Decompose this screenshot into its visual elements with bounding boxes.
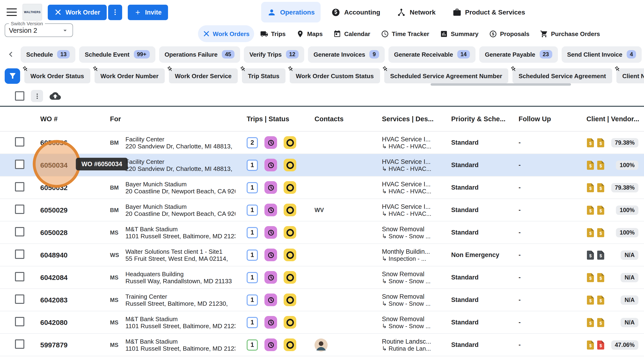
vendor-invoice-icon[interactable]	[597, 183, 605, 192]
client-invoice-icon[interactable]	[586, 340, 594, 350]
table-row[interactable]: 6050032 BMBayer Munich Stadium20 Coastli…	[0, 176, 644, 199]
chevron-left-icon[interactable]	[5, 48, 17, 60]
wo-number[interactable]: 6042080	[29, 318, 99, 326]
wo-number[interactable]: 5997879	[29, 341, 99, 349]
clock-status-icon[interactable]	[264, 338, 277, 351]
column-header-trips-status[interactable]: Trips | Status	[236, 115, 303, 123]
subnav-summary[interactable]: Summary	[435, 25, 483, 42]
circle-status-icon[interactable]	[284, 181, 296, 194]
trip-count[interactable]: 1	[247, 227, 258, 238]
clock-status-icon[interactable]	[264, 181, 277, 194]
filter-chip-work-order-number[interactable]: Work Order Number	[94, 68, 164, 83]
clock-status-icon[interactable]	[264, 316, 277, 329]
client-invoice-icon[interactable]	[586, 138, 594, 147]
trip-count[interactable]: 1	[247, 294, 258, 306]
trip-count[interactable]: 1	[247, 272, 258, 283]
column-header-contacts[interactable]: Contacts	[303, 115, 371, 123]
work-order-more-options-button[interactable]	[108, 4, 122, 20]
wo-number[interactable]: 6050028	[29, 228, 99, 236]
nav-item-network[interactable]: Network	[391, 2, 442, 22]
subnav-maps[interactable]: Maps	[292, 25, 328, 42]
circle-status-icon[interactable]	[284, 271, 296, 284]
invite-button[interactable]: Invite	[128, 4, 168, 20]
vendor-invoice-icon[interactable]	[597, 295, 605, 304]
action-tab-schedule-event[interactable]: Schedule Event99+	[79, 46, 155, 62]
table-row[interactable]: 6050029 BMBayer Munich Stadium20 Coastli…	[0, 199, 644, 222]
row-checkbox[interactable]	[15, 137, 24, 146]
row-checkbox[interactable]	[15, 182, 24, 191]
subnav-trips[interactable]: Trips	[256, 25, 290, 42]
vendor-invoice-icon[interactable]	[597, 228, 605, 237]
wo-number[interactable]: 6042083	[29, 296, 99, 304]
nav-item-accounting[interactable]: Accounting	[326, 2, 386, 22]
trip-count[interactable]: 1	[247, 160, 258, 171]
column-header-wo[interactable]: WO #	[29, 115, 99, 123]
subnav-proposals[interactable]: $ Proposals	[485, 25, 534, 42]
client-invoice-icon[interactable]	[586, 273, 594, 282]
filter-chip-work-order-status[interactable]: Work Order Status	[24, 68, 90, 83]
action-tab-send-client-invoice[interactable]: Send Client Invoice4	[562, 46, 642, 62]
action-tab-operations-failure[interactable]: Operations Failure45	[159, 46, 240, 62]
vendor-invoice-icon[interactable]	[597, 340, 605, 350]
table-row[interactable]: 6050028 MSM&T Bank Stadium1101 Russell S…	[0, 222, 644, 244]
wo-number[interactable]: 6048940	[29, 251, 99, 259]
circle-status-icon[interactable]	[284, 316, 296, 329]
circle-status-icon[interactable]	[284, 294, 296, 306]
action-tab-generate-receivable[interactable]: Generate Receivable14	[388, 46, 476, 62]
circle-status-icon[interactable]	[284, 159, 296, 171]
trip-count[interactable]: 1	[247, 182, 258, 193]
clock-status-icon[interactable]	[264, 226, 277, 239]
row-checkbox[interactable]	[15, 249, 24, 259]
subnav-calendar[interactable]: Calendar	[329, 25, 375, 42]
table-row[interactable]: 6042080 MSM&T Bank Stadium1101 Russell S…	[0, 311, 644, 334]
client-invoice-icon[interactable]	[586, 228, 594, 237]
trip-count[interactable]: 1	[247, 339, 258, 350]
row-checkbox[interactable]	[15, 204, 24, 214]
vendor-invoice-icon[interactable]	[597, 160, 605, 170]
circle-status-icon[interactable]	[284, 136, 296, 149]
action-tab-generate-invoices[interactable]: Generate Invoices9	[308, 46, 385, 62]
row-checkbox[interactable]	[15, 317, 24, 326]
row-checkbox[interactable]	[15, 294, 24, 304]
table-row[interactable]: 6050036 BMFacility Center220 Sandview Dr…	[0, 132, 644, 154]
wo-number[interactable]: 6050029	[29, 206, 99, 214]
column-header-for[interactable]: For	[99, 115, 236, 123]
filter-chip-ssa-number[interactable]: Scheduled Service Agreement Number	[384, 68, 508, 83]
row-checkbox[interactable]	[15, 160, 24, 169]
table-row[interactable]: 6048940 WSWalter Solutions Test client 1…	[0, 244, 644, 266]
trip-count[interactable]: 1	[247, 317, 258, 328]
circle-status-icon[interactable]	[284, 248, 296, 261]
action-tab-verify-trips[interactable]: Verify Trips12	[244, 46, 304, 62]
circle-status-icon[interactable]	[284, 226, 296, 239]
horizontal-scrollbar[interactable]	[430, 83, 571, 86]
trip-count[interactable]: 1	[247, 204, 258, 216]
clock-status-icon[interactable]	[264, 294, 277, 306]
vendor-invoice-icon[interactable]	[597, 205, 605, 215]
row-checkbox[interactable]	[15, 272, 24, 281]
action-tab-schedule[interactable]: Schedule13	[20, 46, 75, 62]
clock-status-icon[interactable]	[264, 271, 277, 284]
subnav-purchase-orders[interactable]: Purchase Orders	[536, 25, 605, 42]
filter-chip-trip-status[interactable]: Trip Status	[242, 68, 286, 83]
row-checkbox[interactable]	[15, 339, 24, 348]
table-row[interactable]: MSM&T Bank Stadium 1 Snow Removal	[0, 356, 644, 360]
table-row[interactable]: 6042083 MSTraining CenterRussell Street,…	[0, 289, 644, 311]
column-header-client-vendor[interactable]: Client | Vendor...	[576, 115, 644, 123]
clock-status-icon[interactable]	[264, 248, 277, 261]
filter-chip-work-order-service[interactable]: Work Order Service	[169, 68, 238, 83]
vendor-invoice-icon[interactable]	[597, 273, 605, 282]
subnav-time-tracker[interactable]: Time Tracker	[376, 25, 434, 42]
client-invoice-icon[interactable]	[586, 160, 594, 170]
client-invoice-icon[interactable]	[586, 318, 594, 327]
clock-status-icon[interactable]	[264, 159, 277, 171]
circle-status-icon[interactable]	[284, 338, 296, 351]
hamburger-menu-icon[interactable]	[6, 8, 17, 16]
filter-button[interactable]	[5, 68, 20, 84]
filter-chip-client-name[interactable]: Client N	[616, 68, 644, 83]
select-all-checkbox[interactable]	[15, 91, 24, 101]
filter-chip-work-order-custom-status[interactable]: Work Order Custom Status	[290, 68, 380, 83]
work-order-button[interactable]: Work Order	[48, 4, 107, 20]
clock-status-icon[interactable]	[264, 136, 277, 149]
filter-chip-ssa[interactable]: Scheduled Service Agreement	[512, 68, 612, 83]
table-row[interactable]: 5997879 MSM&T Bank Stadium1101 Russell S…	[0, 334, 644, 356]
